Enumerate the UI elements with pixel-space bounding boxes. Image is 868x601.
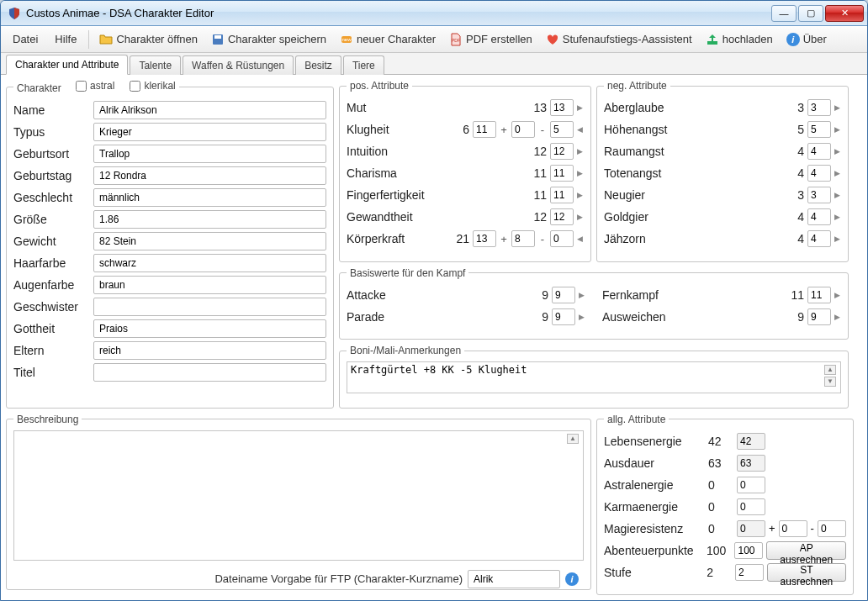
input-charisma[interactable] <box>550 165 574 182</box>
input-gottheit[interactable] <box>93 319 326 338</box>
arrow-right-icon[interactable]: ▶ <box>834 147 841 156</box>
input-typus[interactable] <box>93 123 326 141</box>
scroll-up-icon[interactable]: ▲ <box>824 365 836 375</box>
input-koerperkraft-2[interactable] <box>511 230 535 247</box>
input-mr-3[interactable] <box>818 520 846 537</box>
input-koerperkraft-3[interactable] <box>550 230 574 247</box>
tab-talente[interactable]: Talente <box>130 55 181 75</box>
input-groesse[interactable] <box>93 210 326 229</box>
tab-tiere[interactable]: Tiere <box>343 55 384 75</box>
button-ap-ausrechnen[interactable]: AP ausrechnen <box>766 541 845 560</box>
input-klugheit-2[interactable] <box>511 121 535 138</box>
arrow-right-icon[interactable]: ▶ <box>577 191 584 199</box>
arrow-right-icon[interactable]: ▶ <box>579 313 585 321</box>
arrow-right-icon[interactable]: ▶ <box>577 213 584 221</box>
arrow-left-icon[interactable]: ◀ <box>577 235 584 243</box>
input-klugheit-1[interactable] <box>473 121 496 138</box>
input-titel[interactable] <box>93 363 326 382</box>
input-geschwister[interactable] <box>93 298 326 316</box>
input-intuition[interactable] <box>550 143 574 160</box>
input-raumangst[interactable] <box>807 143 831 160</box>
legend-desc: Beschreibung <box>13 414 82 425</box>
input-ftp-kurzname[interactable] <box>468 570 560 588</box>
input-name[interactable] <box>93 101 326 119</box>
input-fingerfertigkeit[interactable] <box>550 187 574 203</box>
input-abenteuerpunkte[interactable] <box>734 542 763 559</box>
upload-icon <box>706 33 719 46</box>
checkbox-klerikal[interactable] <box>130 81 140 92</box>
input-koerperkraft-1[interactable] <box>473 230 496 247</box>
input-astralenergie[interactable] <box>737 477 765 493</box>
input-mr-1[interactable] <box>737 520 765 537</box>
input-ausdauer[interactable] <box>737 455 765 472</box>
toolbar-upload[interactable]: hochladen <box>701 31 778 48</box>
input-eltern[interactable] <box>93 341 326 360</box>
input-ausweichen[interactable] <box>807 308 831 325</box>
toolbar-new[interactable]: newneuer Charakter <box>335 31 441 48</box>
separator <box>88 30 89 49</box>
input-karmaenergie[interactable] <box>737 498 765 515</box>
checkbox-astral[interactable] <box>76 81 87 92</box>
arrow-right-icon[interactable]: ▶ <box>834 125 841 134</box>
input-gewicht[interactable] <box>93 232 326 250</box>
arrow-left-icon[interactable]: ◀ <box>577 125 584 134</box>
toolbar-pdf[interactable]: PDFPDF erstellen <box>444 31 537 48</box>
label-eltern: Eltern <box>13 344 93 357</box>
arrow-right-icon[interactable]: ▶ <box>579 291 585 299</box>
input-gewandtheit[interactable] <box>550 208 574 225</box>
arrow-right-icon[interactable]: ▶ <box>834 213 841 221</box>
tab-besitz[interactable]: Besitz <box>295 55 341 75</box>
textarea-boni[interactable]: Kraftgürtel +8 KK -5 Klugheit <box>347 361 841 393</box>
input-geschlecht[interactable] <box>93 188 326 207</box>
fieldset-allg-attribute: allg. Attribute Lebensenergie42 Ausdauer… <box>596 414 854 596</box>
input-hoehenangst[interactable] <box>807 121 831 138</box>
tab-waffen-ruestungen[interactable]: Waffen & Rüstungen <box>183 55 294 75</box>
maximize-button[interactable]: ▢ <box>798 5 823 22</box>
scroll-down-icon[interactable]: ▼ <box>824 377 836 387</box>
input-mr-2[interactable] <box>779 520 807 537</box>
arrow-right-icon[interactable]: ▶ <box>834 291 841 299</box>
button-st-ausrechnen[interactable]: ST ausrechnen <box>767 563 846 582</box>
input-fernkampf[interactable] <box>807 287 831 303</box>
toolbar-about[interactable]: iÜber <box>781 31 832 48</box>
label-parade: Parade <box>347 310 528 324</box>
fieldset-beschreibung: Beschreibung ▲ Dateiname Vorgabe für FTP… <box>6 414 591 590</box>
input-haarfarbe[interactable] <box>93 254 326 272</box>
input-mut[interactable] <box>550 99 574 116</box>
input-lebensenergie[interactable] <box>737 433 765 450</box>
info-icon[interactable]: i <box>565 572 579 586</box>
input-parade[interactable] <box>552 308 575 325</box>
toolbar-levelup[interactable]: Stufenaufstiegs-Aassistent <box>541 31 697 48</box>
arrow-right-icon[interactable]: ▶ <box>834 103 841 112</box>
input-jaehzorn[interactable] <box>807 230 831 247</box>
input-goldgier[interactable] <box>807 208 831 225</box>
arrow-right-icon[interactable]: ▶ <box>834 235 841 243</box>
label-fernkampf: Fernkampf <box>602 288 784 302</box>
close-button[interactable]: ✕ <box>825 5 864 22</box>
input-stufe[interactable] <box>735 564 764 581</box>
arrow-right-icon[interactable]: ▶ <box>577 147 584 156</box>
arrow-right-icon[interactable]: ▶ <box>834 169 841 177</box>
input-klugheit-3[interactable] <box>550 121 574 138</box>
tab-charakter-attribute[interactable]: Charakter und Attribute <box>6 55 128 75</box>
input-augenfarbe[interactable] <box>93 276 326 294</box>
arrow-right-icon[interactable]: ▶ <box>577 169 584 177</box>
menu-datei[interactable]: Datei <box>6 29 45 49</box>
minimize-button[interactable]: — <box>771 5 797 22</box>
scroll-up-icon[interactable]: ▲ <box>567 434 579 444</box>
input-geburtstag[interactable] <box>93 166 326 185</box>
input-aberglaube[interactable] <box>807 99 831 116</box>
scroll-arrows: ▲▼ <box>824 365 838 387</box>
input-geburtsort[interactable] <box>93 145 326 163</box>
textarea-beschreibung[interactable] <box>13 430 584 561</box>
input-attacke[interactable] <box>552 287 575 303</box>
label-astralenergie: Astralenergie <box>604 478 705 492</box>
arrow-right-icon[interactable]: ▶ <box>834 191 841 199</box>
toolbar-save[interactable]: Charakter speichern <box>206 31 331 48</box>
arrow-right-icon[interactable]: ▶ <box>834 313 841 321</box>
input-totenangst[interactable] <box>807 165 831 182</box>
menu-hilfe[interactable]: Hilfe <box>48 29 83 49</box>
input-neugier[interactable] <box>807 187 831 203</box>
toolbar-open[interactable]: Charakter öffnen <box>94 31 203 48</box>
arrow-right-icon[interactable]: ▶ <box>577 103 584 112</box>
